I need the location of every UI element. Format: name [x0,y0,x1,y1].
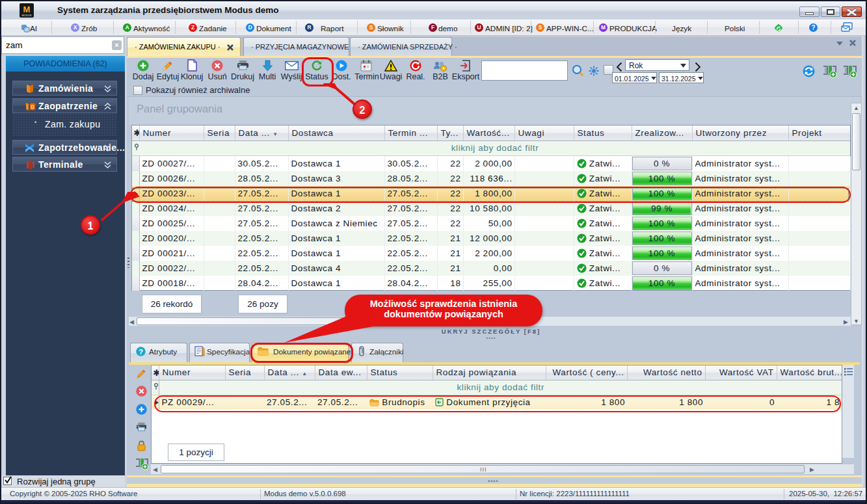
svg-text:D: D [31,105,34,109]
svg-text:MODUS: MODUS [22,14,32,17]
svg-text:?: ? [139,348,143,356]
svg-text:M: M [23,5,31,14]
